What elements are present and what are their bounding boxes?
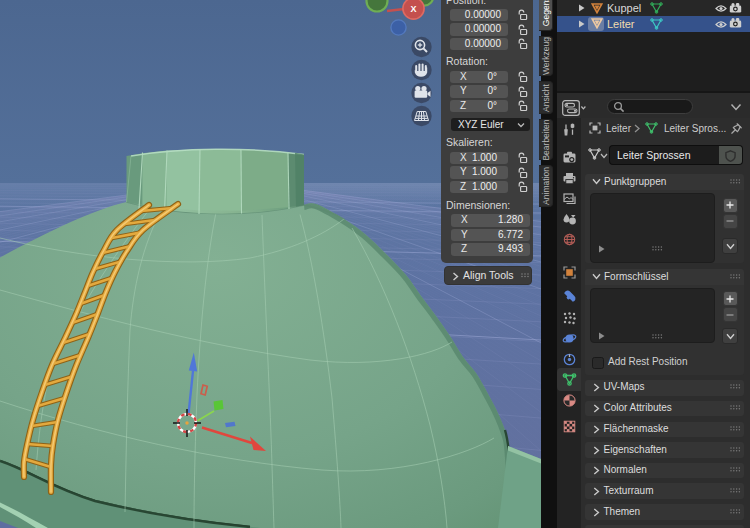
svg-text:X: X	[410, 4, 416, 14]
